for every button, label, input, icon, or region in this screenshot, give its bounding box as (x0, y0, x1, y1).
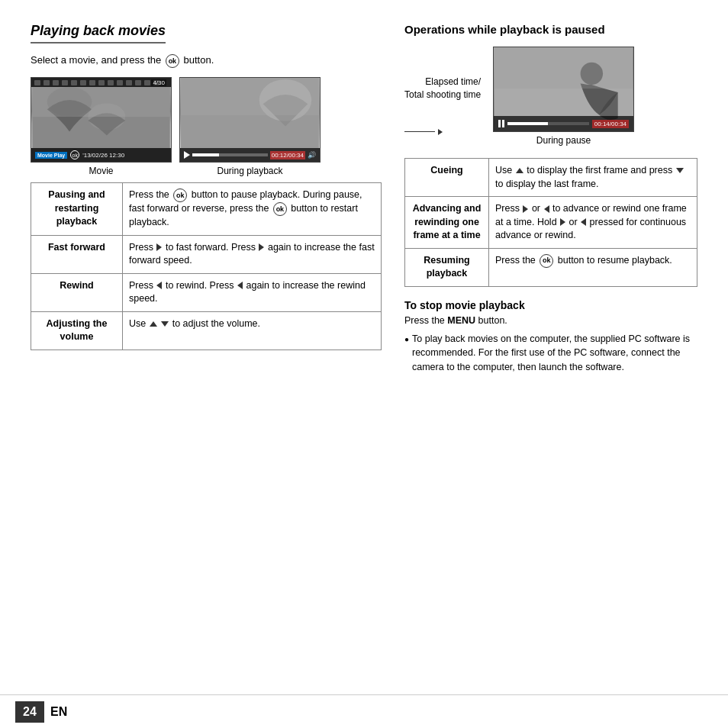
during-pause-label: During pause (536, 135, 591, 146)
table-row: Fast forward Press to fast forward. Pres… (31, 235, 382, 273)
table-label-fastforward: Fast forward (31, 235, 123, 273)
movie-label: Movie (89, 166, 113, 176)
play-icon (184, 151, 190, 159)
right-arrow (523, 205, 528, 213)
svg-rect-6 (181, 78, 319, 115)
right-column: Operations while playback is paused Elap… (404, 23, 697, 375)
right-section-title: Operations while playback is paused (404, 23, 697, 36)
filmstrip-hole (80, 80, 86, 85)
right-arrow (560, 218, 565, 226)
table-label-advancing: Advancing and rewinding one frame at a t… (405, 197, 489, 249)
playback-label: During playback (217, 166, 282, 176)
up-arrow (516, 168, 523, 173)
table-row: Rewind Press to rewind. Press again to i… (31, 273, 382, 311)
progress-bar (192, 153, 268, 156)
time-code: 00:12/00:34 (270, 151, 305, 159)
bird-svg (31, 87, 171, 148)
table-label-volume: Adjusting the volume (31, 311, 123, 350)
left-arrow (544, 205, 549, 213)
bullet-text: To play back movies on the computer, the… (404, 332, 697, 375)
pause-screen: 00:14/00:34 (493, 47, 634, 132)
movie-screen: 4/30 (31, 77, 172, 163)
elapsed-arrow (404, 129, 481, 135)
filmstrip-hole (98, 80, 105, 85)
arrow-tip (438, 129, 443, 135)
playback-screen: 00:12/00:34 🔊 (179, 77, 321, 163)
intro-text: Select a movie, and press the ok button. (31, 54, 382, 68)
elapsed-label-wrap: Elapsed time/Total shooting time (404, 47, 481, 135)
section-title: Playing back movies (31, 23, 166, 43)
filmstrip-top: 4/30 (31, 78, 171, 87)
movie-screenshot: 4/30 (31, 77, 172, 176)
film-counter: 4/30 (151, 79, 166, 86)
svg-rect-3 (32, 87, 169, 117)
page-footer: 24 EN (0, 694, 728, 728)
table-content-fastforward: Press to fast forward. Press again to in… (123, 235, 382, 273)
table-row: Pausing and restarting playback Press th… (31, 183, 382, 236)
pause-display: Elapsed time/Total shooting time (404, 47, 697, 146)
playback-footer: 00:12/00:34 🔊 (180, 148, 320, 162)
ok-badge: ok (70, 150, 79, 159)
table-label-pausing: Pausing and restarting playback (31, 183, 123, 236)
pause-progress (507, 122, 589, 125)
table-label-cueing: Cueing (405, 159, 489, 197)
volume-icon: 🔊 (308, 151, 316, 159)
table-label-resuming: Resuming playback (405, 248, 489, 286)
filmstrip-hole (89, 80, 95, 85)
ok-button-inline: ok (166, 54, 179, 68)
right-arrow (156, 243, 162, 251)
pause-footer: 00:14/00:34 (494, 116, 633, 131)
screenshots: 4/30 (31, 77, 382, 176)
playback-svg (180, 78, 320, 148)
table-content-advancing: Press or to advance or rewind one frame … (489, 197, 697, 249)
up-arrow (150, 321, 157, 327)
menu-label: MENU (447, 315, 475, 326)
movie-footer: Movie Play ok '13/02/26 12:30 (31, 148, 171, 162)
down-arrow (161, 321, 169, 327)
filmstrip-hole (62, 80, 68, 85)
table-row: Cueing Use to display the first frame an… (405, 159, 697, 197)
filmstrip-hole (43, 80, 50, 85)
ok-btn: ok (173, 188, 187, 202)
filmstrip-hole (71, 80, 77, 85)
left-arrow (156, 282, 162, 289)
left-arrow (237, 282, 243, 289)
main-table: Pausing and restarting playback Press th… (31, 182, 382, 350)
filmstrip-hole (126, 80, 132, 85)
mode-badge: Movie Play (35, 152, 67, 159)
table-row: Resuming playback Press the ok button to… (405, 248, 697, 286)
right-table: Cueing Use to display the first frame an… (404, 158, 697, 287)
movie-body (31, 87, 171, 148)
filmstrip-hole (34, 80, 40, 85)
left-column: Playing back movies Select a movie, and … (31, 23, 382, 375)
ok-btn: ok (273, 202, 287, 216)
table-row: Advancing and rewinding one frame at a t… (405, 197, 697, 249)
table-content-rewind: Press to rewind. Press again to increase… (123, 273, 382, 311)
pause-time-code: 00:14/00:34 (592, 120, 629, 128)
table-content-pausing: Press the ok button to pause playback. D… (123, 183, 382, 236)
table-label-rewind: Rewind (31, 273, 123, 311)
pause-bar-1 (498, 120, 501, 127)
table-content-resuming: Press the ok button to resume playback. (489, 248, 697, 286)
arrow-line (404, 131, 435, 132)
stop-text: Press the MENU button. (404, 315, 697, 326)
filmstrip-hole (53, 80, 59, 85)
svg-rect-9 (494, 47, 633, 89)
page-number: 24 (15, 701, 44, 723)
right-arrow (259, 243, 264, 251)
ok-btn: ok (540, 254, 553, 268)
filmstrip-hole (144, 80, 150, 85)
pause-bar-2 (502, 120, 504, 127)
pause-icon (498, 120, 504, 127)
filmstrip-hole (135, 80, 141, 85)
table-row: Adjusting the volume Use to adjust the v… (31, 311, 382, 350)
table-content-volume: Use to adjust the volume. (123, 311, 382, 350)
playback-screenshot: 00:12/00:34 🔊 During playback (179, 77, 321, 176)
filmstrip-hole (117, 80, 123, 85)
pause-screen-wrap: 00:14/00:34 During pause (493, 47, 634, 146)
pause-progress-fill (507, 122, 548, 125)
progress-fill (192, 153, 219, 156)
elapsed-label: Elapsed time/Total shooting time (404, 76, 481, 101)
lang-label: EN (50, 705, 67, 719)
playback-body (180, 78, 320, 148)
